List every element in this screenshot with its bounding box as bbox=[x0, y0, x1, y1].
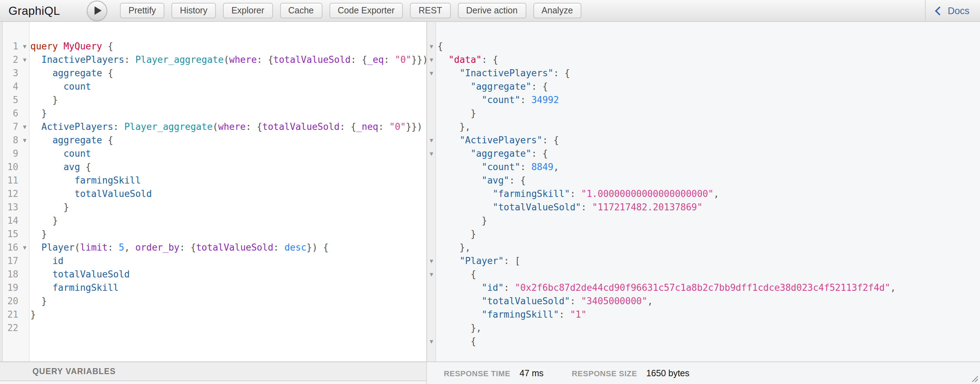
code-text: id bbox=[29, 254, 64, 268]
fold-arrow-icon[interactable]: ▾ bbox=[427, 53, 436, 66]
fold-gutter-spacer bbox=[427, 187, 436, 201]
fold-gutter-spacer bbox=[427, 80, 436, 93]
code-text: "avg": { bbox=[436, 174, 526, 187]
toolbar-button-rest[interactable]: REST bbox=[410, 3, 451, 18]
fold-gutter-spacer bbox=[21, 321, 29, 335]
code-text: totalValueSold bbox=[29, 268, 130, 281]
execute-button[interactable] bbox=[87, 0, 107, 21]
code-line: } bbox=[427, 214, 980, 227]
fold-gutter-spacer bbox=[427, 308, 436, 321]
fold-arrow-icon[interactable]: ▾ bbox=[427, 147, 436, 160]
fold-gutter-spacer bbox=[427, 174, 436, 187]
code-line: 12 totalValueSold bbox=[0, 187, 426, 201]
fold-gutter-spacer bbox=[427, 160, 436, 174]
code-text: ActivePlayers: Player_aggregate(where: {… bbox=[29, 120, 423, 134]
fold-gutter-spacer bbox=[21, 281, 29, 294]
play-icon bbox=[95, 6, 102, 15]
response-size-label: RESPONSE SIZE bbox=[572, 369, 637, 377]
fold-arrow-icon[interactable]: ▾ bbox=[21, 40, 29, 53]
code-text: }, bbox=[436, 321, 482, 335]
query-pane: 1▾query MyQuery {2▾ InactivePlayers: Pla… bbox=[0, 22, 427, 384]
code-text: "aggregate": { bbox=[436, 147, 548, 160]
code-line: ▾ "ActivePlayers": { bbox=[427, 134, 980, 147]
code-text: } bbox=[436, 107, 476, 120]
code-line: } bbox=[427, 107, 980, 120]
toolbar-button-explorer[interactable]: Explorer bbox=[223, 3, 273, 18]
code-line: ▾ "aggregate": { bbox=[427, 147, 980, 160]
code-text: } bbox=[29, 308, 36, 321]
fold-arrow-icon[interactable]: ▾ bbox=[21, 53, 29, 66]
code-text: Player(limit: 5, order_by: {totalValueSo… bbox=[29, 241, 328, 254]
line-number: 6 bbox=[0, 107, 21, 120]
fold-gutter-spacer bbox=[427, 294, 436, 308]
code-text: "count": 34992 bbox=[436, 93, 559, 107]
code-text: avg { bbox=[29, 160, 91, 174]
code-line: 4 count bbox=[0, 80, 426, 93]
fold-arrow-icon[interactable]: ▾ bbox=[427, 66, 436, 80]
code-text: "farmingSkill": "1" bbox=[436, 308, 587, 321]
fold-arrow-icon[interactable]: ▾ bbox=[427, 40, 436, 53]
fold-gutter-spacer bbox=[21, 294, 29, 308]
toolbar-button-analyze[interactable]: Analyze bbox=[533, 3, 581, 18]
app-logo: GraphiQL bbox=[8, 4, 60, 17]
graphiql-app: GraphiQL PrettifyHistoryExplorerCacheCod… bbox=[0, 0, 980, 384]
code-line: }, bbox=[427, 321, 980, 335]
toolbar-button-prettify[interactable]: Prettify bbox=[120, 3, 164, 18]
line-number: 10 bbox=[0, 160, 21, 174]
code-text: } bbox=[29, 201, 69, 214]
response-code: ▾{▾ "data": {▾ "InactivePlayers": { "agg… bbox=[427, 22, 980, 362]
fold-arrow-icon[interactable]: ▾ bbox=[21, 241, 29, 254]
query-editor[interactable]: 1▾query MyQuery {2▾ InactivePlayers: Pla… bbox=[0, 22, 426, 362]
code-line: }, bbox=[427, 120, 980, 134]
code-text: { bbox=[436, 268, 476, 281]
fold-arrow-icon[interactable]: ▾ bbox=[427, 254, 436, 268]
fold-arrow-icon[interactable]: ▾ bbox=[427, 335, 436, 348]
line-number: 19 bbox=[0, 281, 21, 294]
code-line: 1▾query MyQuery { bbox=[0, 40, 426, 53]
line-number: 8 bbox=[0, 134, 21, 147]
fold-gutter-spacer bbox=[21, 187, 29, 201]
query-variables-editor[interactable] bbox=[0, 381, 426, 384]
fold-arrow-icon[interactable]: ▾ bbox=[427, 268, 436, 281]
fold-gutter-spacer bbox=[21, 66, 29, 80]
fold-gutter-spacer bbox=[21, 93, 29, 107]
code-line: 18 totalValueSold bbox=[0, 268, 426, 281]
fold-gutter-spacer bbox=[21, 160, 29, 174]
fold-arrow-icon[interactable]: ▾ bbox=[427, 134, 436, 147]
code-text: { bbox=[436, 335, 476, 348]
code-line: 15 } bbox=[0, 227, 426, 241]
code-text: } bbox=[29, 294, 47, 308]
code-line: "totalValueSold": "3405000000", bbox=[427, 294, 980, 308]
code-line: "avg": { bbox=[427, 174, 980, 187]
toolbar-button-derive-action[interactable]: Derive action bbox=[458, 3, 526, 18]
fold-gutter-spacer bbox=[21, 107, 29, 120]
code-line: 17 id bbox=[0, 254, 426, 268]
line-number: 7 bbox=[0, 120, 21, 134]
fold-arrow-icon[interactable]: ▾ bbox=[21, 120, 29, 134]
code-line: 21} bbox=[0, 308, 426, 321]
docs-toggle[interactable]: Docs bbox=[925, 0, 980, 21]
toolbar-button-cache[interactable]: Cache bbox=[280, 3, 322, 18]
fold-arrow-icon[interactable]: ▾ bbox=[21, 134, 29, 147]
line-number: 15 bbox=[0, 227, 21, 241]
line-number: 11 bbox=[0, 174, 21, 187]
code-line: 13 } bbox=[0, 201, 426, 214]
toolbar-button-code-exporter[interactable]: Code Exporter bbox=[329, 3, 403, 18]
code-text: } bbox=[29, 107, 47, 120]
fold-gutter-spacer bbox=[427, 241, 436, 254]
toolbar-button-history[interactable]: History bbox=[172, 3, 216, 18]
code-line: ▾ "data": { bbox=[427, 53, 980, 66]
code-text: "farmingSkill": "1.00000000000000000000"… bbox=[436, 187, 719, 201]
code-line: "farmingSkill": "1.00000000000000000000"… bbox=[427, 187, 980, 201]
fold-gutter-spacer bbox=[427, 120, 436, 134]
fold-gutter-spacer bbox=[427, 227, 436, 241]
fold-gutter-spacer bbox=[427, 93, 436, 107]
docs-label: Docs bbox=[948, 5, 969, 16]
code-line: 8▾ aggregate { bbox=[0, 134, 426, 147]
response-footer: RESPONSE TIME 47 ms RESPONSE SIZE 1650 b… bbox=[427, 362, 980, 384]
code-line: } bbox=[427, 227, 980, 241]
fold-gutter-spacer bbox=[21, 227, 29, 241]
query-variables-header[interactable]: QUERY VARIABLES bbox=[0, 362, 426, 381]
response-size-value: 1650 bytes bbox=[646, 368, 689, 378]
resize-grip-icon[interactable] bbox=[971, 375, 978, 382]
